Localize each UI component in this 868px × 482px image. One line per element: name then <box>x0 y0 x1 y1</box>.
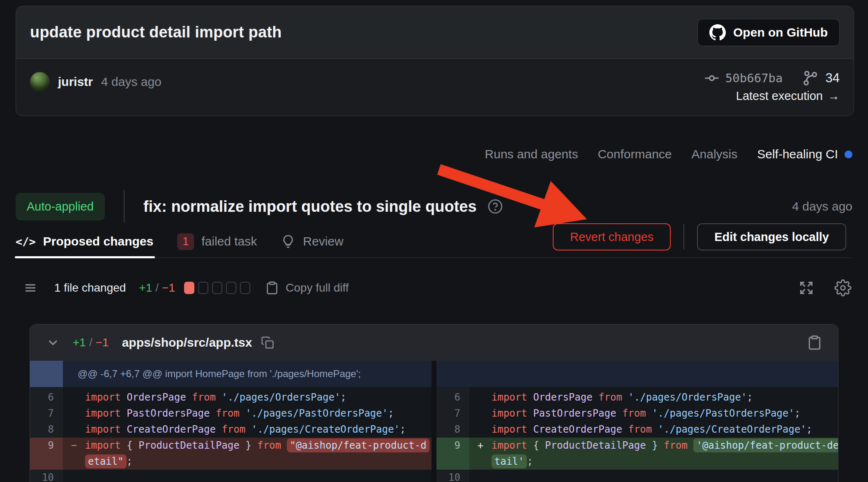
diff-pane-before: @@ -6,7 +6,7 @@ import HomePage from './… <box>30 361 432 482</box>
nav-item-runs-and-agents[interactable]: Runs and agents <box>485 147 578 161</box>
diff-block <box>184 282 194 294</box>
nav-item-conformance[interactable]: Conformance <box>598 147 672 161</box>
file-diff-header: +1 / −1 apps/shop/src/app.tsx <box>30 324 838 361</box>
commit-hash: 50b667ba <box>725 71 783 85</box>
file-name: apps/shop/src/app.tsx <box>122 336 252 350</box>
commit-card-header: update product detail import path Open o… <box>16 6 854 59</box>
revert-changes-button[interactable]: Revert changes <box>553 223 671 250</box>
author-group: juristr 4 days ago <box>30 72 162 92</box>
file-list-menu-icon[interactable] <box>23 281 38 294</box>
author-name: juristr <box>58 75 93 89</box>
commit-time: 4 days ago <box>101 75 162 89</box>
diff-block <box>198 282 208 294</box>
tab-failed-task[interactable]: 1 failed task <box>177 225 257 257</box>
code-icon: </> <box>16 235 36 248</box>
diff-toolbar: 1 file changed +1 / −1 Copy full diff <box>23 278 852 298</box>
arrow-right-icon: → <box>828 89 840 103</box>
deletions-count: −1 <box>162 281 175 294</box>
split-diff-view: @@ -6,7 +6,7 @@ import HomePage from './… <box>30 361 838 482</box>
page-title: update product detail import path <box>30 23 282 41</box>
fix-time: 4 days ago <box>792 199 852 213</box>
files-changed-label: 1 file changed <box>54 281 126 294</box>
diff-block <box>240 282 250 294</box>
file-additions: +1 <box>73 336 86 349</box>
notification-dot <box>845 151 852 158</box>
commit-card: update product detail import path Open o… <box>16 6 854 116</box>
divider <box>124 190 125 223</box>
diff-hunk-row: @@ -6,7 +6,7 @@ import HomePage from './… <box>30 361 432 387</box>
open-on-github-label: Open on GitHub <box>733 25 828 39</box>
chevron-down-icon[interactable] <box>46 335 60 350</box>
nav-tabs: Runs and agents Conformance Analysis Sel… <box>485 145 852 164</box>
open-on-github-button[interactable]: Open on GitHub <box>697 19 840 46</box>
diff-row: 10 <box>30 470 432 482</box>
commit-link[interactable]: 50b667ba <box>704 70 783 86</box>
divider <box>683 224 684 250</box>
diff-row: 8import CreateOrderPage from './pages/Cr… <box>30 422 432 438</box>
copy-path-icon[interactable] <box>261 336 274 349</box>
github-icon <box>709 24 726 41</box>
execution-count: 34 <box>826 71 840 86</box>
clipboard-icon <box>265 281 279 295</box>
help-icon[interactable] <box>487 199 503 214</box>
tab-review[interactable]: Review <box>281 225 343 257</box>
file-deletions: −1 <box>96 336 109 349</box>
latest-execution-link[interactable]: Latest execution → <box>736 89 840 103</box>
nav-item-self-healing-ci[interactable]: Self-healing CI <box>757 147 852 161</box>
diff-blocks-indicator <box>184 282 250 294</box>
copy-file-diff-icon[interactable] <box>807 335 822 350</box>
lightbulb-icon <box>281 234 295 249</box>
page: update product detail import path Open o… <box>0 0 868 482</box>
diff-row: 9−import { ProductDetailPage } from "@ai… <box>30 438 432 454</box>
file-diff-card: +1 / −1 apps/shop/src/app.tsx @@ -6,7 +6… <box>30 324 838 482</box>
pane-divider <box>432 361 436 482</box>
nav-item-analysis[interactable]: Analysis <box>692 147 738 161</box>
diff-pane-after: 6import OrdersPage from './pages/OrdersP… <box>436 361 838 482</box>
git-commit-icon <box>704 70 720 86</box>
commit-meta-right: 50b667ba 34 Latest execution → <box>704 70 840 103</box>
fix-actions: Revert changes Edit changes locally <box>553 223 846 250</box>
auto-applied-badge: Auto-applied <box>16 193 105 220</box>
diff-row: 6import OrdersPage from './pages/OrdersP… <box>30 389 432 406</box>
diff-row: etail"; <box>30 454 432 470</box>
diff-row: 10 <box>436 470 838 482</box>
diff-row: 8import CreateOrderPage from './pages/Cr… <box>436 422 838 438</box>
diff-hunk-row <box>436 361 838 387</box>
execution-count-group[interactable]: 34 <box>802 70 840 87</box>
diff-row: 6import OrdersPage from './pages/OrdersP… <box>436 389 838 406</box>
diff-row: tail'; <box>436 454 838 470</box>
diff-block <box>226 282 236 294</box>
failed-count-badge: 1 <box>177 233 194 250</box>
avatar <box>30 72 50 92</box>
edit-changes-locally-button[interactable]: Edit changes locally <box>697 223 846 250</box>
copy-full-diff-button[interactable]: Copy full diff <box>265 281 349 295</box>
commit-meta-row: juristr 4 days ago 50b667ba 34 <box>16 59 854 116</box>
diff-row: 7import PastOrdersPage from './pages/Pas… <box>436 406 838 422</box>
fix-title: fix: normalize import quotes to single q… <box>143 198 477 216</box>
diff-row: 7import PastOrdersPage from './pages/Pas… <box>30 406 432 422</box>
diff-row: 9+import { ProductDetailPage } from '@ai… <box>436 438 838 454</box>
fix-header-row: Auto-applied fix: normalize import quote… <box>16 190 852 223</box>
tab-proposed-changes[interactable]: </> Proposed changes <box>16 225 153 257</box>
additions-count: +1 <box>139 281 152 294</box>
diff-block <box>212 282 222 294</box>
git-branch-icon <box>802 70 819 87</box>
gear-icon[interactable] <box>834 279 852 297</box>
expand-fullscreen-icon[interactable] <box>798 280 815 296</box>
